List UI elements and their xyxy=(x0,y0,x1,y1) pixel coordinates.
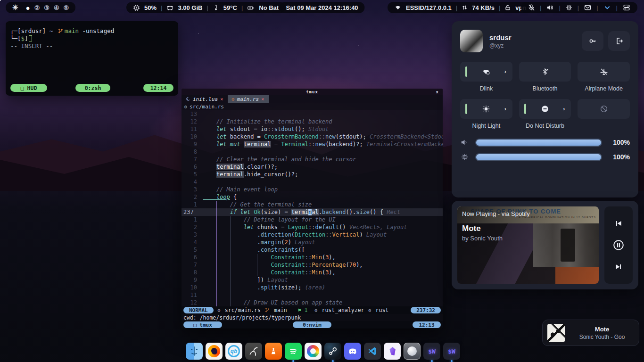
dock-icon-firefox[interactable] xyxy=(206,343,223,360)
code-line-current: 237 if let Ok(size) = terminal.backend()… xyxy=(182,208,443,216)
chevron-right-icon[interactable]: › xyxy=(563,106,565,112)
workspace-4[interactable]: ④ xyxy=(54,4,59,11)
line-number: 10 xyxy=(182,133,203,140)
dock-icon-obsidian[interactable] xyxy=(384,343,401,360)
dock-icon-steam[interactable] xyxy=(324,343,341,360)
workspace-2[interactable]: ② xyxy=(34,4,40,11)
toggle-blocked[interactable] xyxy=(578,99,630,119)
tmux-window-pill[interactable]: 0:nvim xyxy=(293,321,331,328)
active-indicator xyxy=(524,104,526,114)
line-number: 2 xyxy=(182,193,203,201)
code-line: 2 loop { xyxy=(182,193,443,201)
dock-icon-vlc[interactable] xyxy=(265,343,282,360)
logout-button[interactable] xyxy=(608,31,630,51)
dock-icon-finder[interactable] xyxy=(186,343,203,360)
temperature-value: 59°C xyxy=(223,4,237,11)
dock-icon-dollar-w-1[interactable]: $W xyxy=(423,343,440,360)
toggle-label: Do Not Disturb xyxy=(526,123,564,130)
code-line: 6 terminal.clear()?; xyxy=(182,163,443,171)
workspace-3[interactable]: ③ xyxy=(44,4,50,11)
mic-muted-icon[interactable] xyxy=(528,4,535,11)
statusline-lsp: rust_analyzer xyxy=(322,307,364,313)
dock-icon-discord[interactable] xyxy=(344,343,361,360)
window-title: tmux xyxy=(306,90,318,94)
line-number: 2 xyxy=(182,223,203,231)
breadcrumb: ⚙ src/main.rs xyxy=(182,103,443,110)
tab-init-lua[interactable]: init.lua× xyxy=(182,95,228,103)
essid-value: ESSID/127.0.0.1 xyxy=(406,4,452,11)
dock-icon-spiral-app[interactable] xyxy=(245,343,262,360)
dock-icon-vscode[interactable] xyxy=(364,343,381,360)
topbar-left: ✳ ●②③④⑤ xyxy=(6,2,75,13)
dock-icon-qbittorrent[interactable]: qb xyxy=(225,343,242,360)
tab-main-rs[interactable]: ⚙ main.rs× xyxy=(228,95,269,103)
next-track-button[interactable] xyxy=(614,262,623,272)
tmux-window-pill[interactable]: 0:zsh xyxy=(75,84,110,92)
prompt-flags: -unstaged xyxy=(79,27,114,34)
keyring-button[interactable] xyxy=(582,31,603,51)
toggle-dlink[interactable]: › xyxy=(460,62,512,82)
prompt-user: srdusr xyxy=(21,27,42,34)
line-number: 237 xyxy=(182,208,203,216)
chevron-right-icon[interactable]: › xyxy=(504,68,506,75)
mail-icon[interactable] xyxy=(584,4,592,11)
toggle-label: Airplane Mode xyxy=(585,85,623,92)
launcher-icon[interactable]: ✳ xyxy=(12,3,18,12)
window-titlebar: tmux x xyxy=(182,89,443,95)
editor-window[interactable]: tmux x init.lua× ⚙ main.rs× ⚙ src/main.r… xyxy=(182,89,443,329)
settings-gear-icon[interactable] xyxy=(565,4,573,11)
memory-icon xyxy=(166,4,173,11)
toggles-icon[interactable] xyxy=(622,4,631,11)
dock-icon-spotify[interactable] xyxy=(285,343,302,360)
brightness-value: 100% xyxy=(608,153,630,161)
tmux-session-pill[interactable]: □ HUD xyxy=(10,84,47,92)
code-line: 12 // Draw UI based on app state xyxy=(182,299,443,306)
tab-close-icon[interactable]: × xyxy=(220,96,223,102)
terminal-window[interactable]: ┌─[srdusr] ~ main -unstaged └─[$] -- INS… xyxy=(6,21,178,96)
tab-close-icon[interactable]: × xyxy=(261,96,264,102)
dock-icon-photos[interactable] xyxy=(305,343,322,360)
pause-button[interactable] xyxy=(612,239,625,251)
toggle-dnd[interactable]: › xyxy=(519,99,571,119)
line-number: 12 xyxy=(182,299,203,306)
previous-track-button[interactable] xyxy=(614,219,623,228)
active-indicator xyxy=(465,104,467,114)
line-number: 8 xyxy=(182,269,203,276)
cpu-value: 50% xyxy=(144,4,157,11)
code-area[interactable]: 1312 // Initialize the terminal backend1… xyxy=(182,110,443,306)
code-line: 2 let chunks = Layout::default() Vec<Rec… xyxy=(182,223,443,231)
dock-icon-dollar-w-2[interactable]: $W xyxy=(443,343,460,360)
brightness-slider[interactable] xyxy=(475,153,602,161)
user-name: srdusr xyxy=(489,33,512,41)
chevron-down-icon[interactable] xyxy=(603,4,611,11)
media-notification[interactable]: Mote Sonic Youth - Goo xyxy=(542,320,639,346)
wifi-icon xyxy=(394,4,402,11)
line-number: 4 xyxy=(182,178,203,186)
code-line: 9 ]) Layout xyxy=(182,276,443,284)
workspace-5[interactable]: ⑤ xyxy=(64,4,69,11)
rust-icon: ⚙ xyxy=(232,97,235,102)
clock[interactable]: Sat 09 Mar 2024 12:16:40 xyxy=(279,2,364,13)
wifi-icon xyxy=(481,68,491,76)
code-line: 10 let backend = CrosstermBackend::new(s… xyxy=(182,133,443,140)
volume-value: 100% xyxy=(608,139,630,146)
avatar[interactable] xyxy=(460,30,483,52)
dock-icon-trash[interactable] xyxy=(404,343,421,360)
workspace-1-active[interactable]: ● xyxy=(26,4,30,12)
toggle-label: Dlink xyxy=(479,85,493,92)
toggle-label: Night Light xyxy=(472,123,500,130)
line-number: 12 xyxy=(182,118,203,125)
toggle-airplane[interactable] xyxy=(578,62,630,82)
media-controls xyxy=(604,206,633,284)
tmux-session-pill[interactable]: □ tmux xyxy=(183,321,222,328)
quick-toggles: ›DlinkBluetoothAirplane Mode›Night Light… xyxy=(460,62,630,130)
toggle-nightlight[interactable]: › xyxy=(460,99,512,119)
chevron-right-icon[interactable]: › xyxy=(504,106,506,112)
volume-icon[interactable] xyxy=(546,4,554,11)
line-number: 13 xyxy=(182,110,203,118)
prompt-line-1: ┌─[srdusr] ~ main -unstaged xyxy=(10,27,173,34)
window-close-button[interactable]: x xyxy=(436,90,439,94)
toggle-bluetooth[interactable] xyxy=(519,62,571,82)
volume-slider[interactable] xyxy=(475,139,602,147)
bluetooth-icon xyxy=(541,67,549,76)
